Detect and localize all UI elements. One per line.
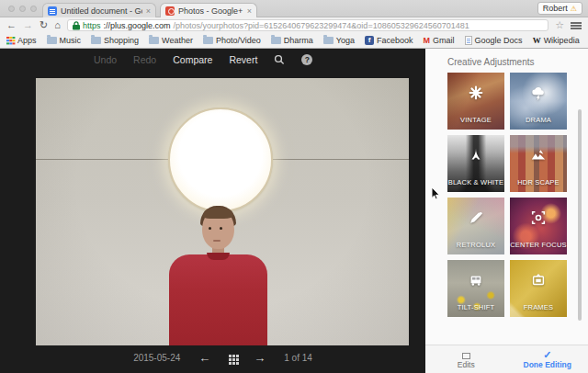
adjustments-sidebar: Creative Adjustments VINTAGE DRAMA (425, 49, 588, 373)
photo-position: 1 of 14 (284, 353, 312, 363)
edits-button[interactable]: Edits (425, 345, 507, 373)
bookmarks-bar: Apps Music Shopping Weather Photo/Video … (0, 33, 588, 49)
browser-window: Untitled document - Goog × Photos - Goog… (0, 0, 588, 373)
tab-untitled-document[interactable]: Untitled document - Goog × (42, 3, 156, 17)
folder-icon (149, 37, 159, 44)
editor-toolbar: Undo Redo Compare Revert ? (94, 54, 312, 65)
facebook-icon: f (365, 36, 374, 45)
filmstrip-bar: 2015-05-24 ← → 1 of 14 (0, 351, 425, 365)
photo-canvas (36, 78, 409, 345)
zoom-search-icon[interactable] (274, 54, 285, 65)
sidebar-footer: Edits ✓ Done Editing (425, 345, 588, 373)
help-icon[interactable]: ? (301, 54, 312, 65)
bus-icon (468, 272, 484, 288)
chrome-menu-icon[interactable] (571, 22, 582, 29)
bookmark-folder-dharma[interactable]: Dharma (271, 36, 313, 45)
bookmark-folder-music[interactable]: Music (47, 36, 82, 45)
mountains-icon (530, 147, 547, 164)
checkmark-icon: ✓ (543, 350, 551, 359)
folder-icon (323, 37, 334, 44)
folder-icon (47, 37, 57, 44)
bookmark-gmail[interactable]: MGmail (424, 36, 455, 45)
filter-tile-frames[interactable]: FRAMES (510, 260, 567, 317)
boy-eye (209, 227, 211, 230)
bookmark-folder-yoga[interactable]: Yoga (323, 36, 355, 45)
ceiling-lamp (168, 107, 273, 212)
bookmark-star-icon[interactable]: ☆ (555, 19, 564, 31)
boy-red-shirt (169, 254, 267, 345)
editor-canvas-pane: Undo Redo Compare Revert ? (0, 49, 425, 373)
zoom-window-button[interactable] (30, 6, 37, 12)
folder-icon (91, 37, 101, 44)
filter-tile-black-white[interactable]: BLACK & WHITE (447, 135, 504, 192)
boy-fringe (203, 208, 233, 219)
folder-icon (203, 37, 213, 44)
warning-icon: ⚠ (571, 5, 577, 13)
revert-button[interactable]: Revert (229, 54, 257, 65)
done-editing-button[interactable]: ✓ Done Editing (507, 345, 588, 373)
filter-tile-tilt-shift[interactable]: TILT-SHIFT (447, 260, 504, 317)
previous-photo-button[interactable]: ← (198, 351, 210, 365)
filter-tile-drama[interactable]: DRAMA (510, 73, 567, 130)
url-scheme: https (83, 21, 101, 30)
bookmark-facebook[interactable]: fFacebook (365, 36, 413, 45)
filter-tile-retrolux[interactable]: RETROLUX (447, 198, 504, 254)
bookmark-folder-photo-video[interactable]: Photo/Video (203, 36, 261, 45)
bookmark-folder-shopping[interactable]: Shopping (91, 36, 139, 45)
pen-nib-icon (468, 209, 484, 226)
lock-icon (73, 21, 80, 30)
folder-icon (271, 37, 281, 44)
redo-button[interactable]: Redo (133, 54, 156, 65)
toolbar-row: ← → ↻ ⌂ https://plus.google.com/photos/y… (0, 17, 588, 33)
close-window-button[interactable] (8, 6, 15, 12)
google-plus-favicon (165, 6, 175, 16)
bookmark-wikipedia[interactable]: WWikipedia (533, 36, 580, 45)
center-focus-icon (530, 209, 547, 226)
boy-mouth (213, 240, 220, 242)
gmail-icon: M (424, 36, 431, 45)
url-path: /photos/yourphotos?pid=61526406796232994… (173, 21, 469, 30)
compare-button[interactable]: Compare (173, 54, 212, 65)
filter-tile-vintage[interactable]: VINTAGE (447, 73, 504, 130)
wikipedia-icon: W (533, 36, 541, 45)
filter-tiles-grid: VINTAGE DRAMA BLACK & WHITE (447, 73, 567, 317)
home-button[interactable]: ⌂ (54, 20, 61, 30)
filter-tile-center-focus[interactable]: CENTER FOCUS (510, 198, 567, 254)
tab-strip: Untitled document - Goog × Photos - Goog… (0, 0, 588, 17)
tab-title: Untitled document - Goog (61, 6, 142, 16)
profile-button[interactable]: Robert ⚠ (537, 2, 582, 15)
tab-close-icon[interactable]: × (146, 6, 151, 16)
picture-frame-icon (530, 272, 547, 288)
sidebar-scrollbar[interactable] (578, 109, 582, 321)
url-host: ://plus.google.com (103, 21, 170, 30)
tab-close-icon[interactable]: × (247, 6, 252, 16)
edits-stack-icon (462, 353, 470, 359)
back-button[interactable]: ← (6, 20, 17, 30)
photo-editor: Undo Redo Compare Revert ? (0, 49, 588, 373)
minimize-window-button[interactable] (19, 6, 26, 12)
address-bar[interactable]: https://plus.google.com/photos/yourphoto… (67, 19, 548, 31)
forward-button[interactable]: → (23, 20, 33, 30)
filter-tile-hdr-scape[interactable]: HDR SCAPE (510, 135, 567, 192)
eiffel-tower-icon (468, 147, 484, 164)
document-icon (465, 36, 472, 45)
reload-button[interactable]: ↻ (40, 20, 48, 30)
sidebar-title: Creative Adjustments (447, 57, 535, 67)
profile-name: Robert (543, 4, 568, 13)
next-photo-button[interactable]: → (254, 351, 266, 365)
photo-date: 2015-05-24 (133, 353, 180, 363)
vintage-flower-icon (468, 85, 484, 101)
grid-view-icon[interactable] (229, 355, 232, 357)
bookmark-google-docs[interactable]: Google Docs (465, 36, 523, 45)
storm-cloud-icon (530, 85, 547, 101)
apps-grid-icon (6, 37, 15, 45)
google-docs-favicon (48, 6, 57, 16)
boy-eye (220, 227, 222, 230)
undo-button[interactable]: Undo (94, 54, 117, 65)
bookmark-apps[interactable]: Apps (6, 36, 37, 45)
bookmark-folder-weather[interactable]: Weather (149, 36, 193, 45)
mouse-cursor (431, 186, 441, 201)
tab-photos-googleplus[interactable]: Photos - Google+ × (160, 3, 257, 17)
tab-title: Photos - Google+ (178, 6, 243, 16)
